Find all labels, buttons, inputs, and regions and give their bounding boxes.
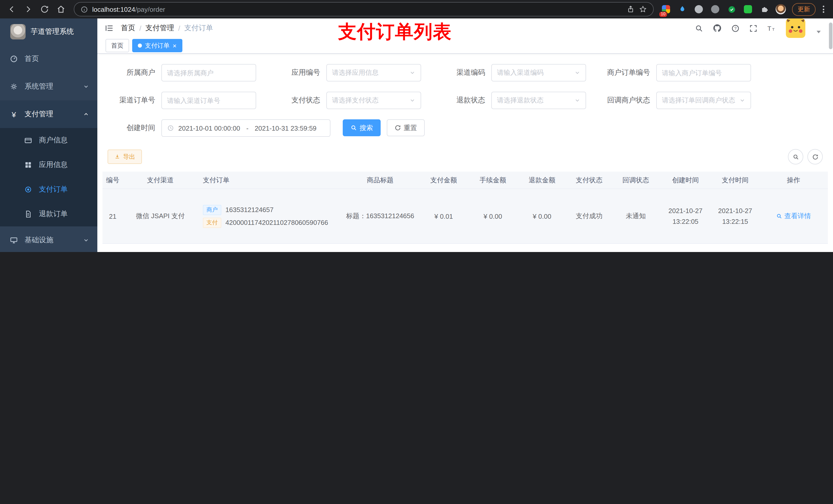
refund-status-select[interactable]: 请选择退款状态	[491, 92, 586, 109]
orders-table: 编号 支付渠道 支付订单 商品标题 支付金额 手续金额 退款金额 支付状态 回调…	[102, 172, 828, 252]
chevron-down-icon	[409, 97, 415, 103]
create-time-range-picker[interactable]: 2021-10-01 00:00:00 - 2021-10-31 23:59:5…	[161, 119, 330, 137]
col-notify: 回调状态	[612, 175, 660, 185]
channel-code-select[interactable]: 请输入渠道编码	[491, 64, 586, 81]
chevron-down-icon	[574, 70, 580, 76]
extension-drop-icon[interactable]	[676, 3, 689, 15]
sidebar-item-merchant-info[interactable]: 商户信息	[0, 128, 97, 153]
date-start: 2021-10-01 00:00:00	[178, 124, 240, 132]
table-header: 编号 支付渠道 支付订单 商品标题 支付金额 手续金额 退款金额 支付状态 回调…	[102, 172, 828, 189]
user-avatar[interactable]	[786, 19, 805, 38]
tab-pay-order[interactable]: 支付订单 ×	[132, 39, 182, 52]
sidebar: 芋道管理系统 首页 系统管理 ¥ 支付管理	[0, 19, 97, 252]
active-dot-icon	[138, 44, 142, 48]
extension-colorful-icon[interactable]: 10	[660, 3, 672, 15]
hide-search-button[interactable]	[788, 149, 803, 164]
scrollbar-thumb[interactable]	[829, 23, 832, 49]
reload-icon	[40, 5, 49, 14]
filter-label: 应用编号	[267, 68, 326, 77]
sidebar-item-label: 首页	[25, 54, 39, 64]
home-button[interactable]	[54, 3, 68, 16]
channel-no: 4200001174202110278060590766	[225, 219, 328, 226]
callback-status-select[interactable]: 请选择订单回调商户状态	[656, 92, 751, 109]
col-channel: 支付渠道	[123, 175, 198, 185]
grid-icon	[24, 161, 33, 169]
breadcrumb-home[interactable]: 首页	[121, 24, 135, 33]
merchant-order-no-input[interactable]	[656, 64, 751, 81]
sidebar-item-home[interactable]: 首页	[0, 45, 97, 73]
navbar: 首页 / 支付管理 / 支付订单 支付订单列表 ?	[97, 19, 833, 38]
search-button[interactable]: 搜索	[343, 119, 381, 136]
sidebar-item-pay-order[interactable]: 支付订单	[0, 177, 97, 202]
merchant-input[interactable]	[161, 64, 256, 81]
sidebar-item-refund-order[interactable]: 退款订单	[0, 202, 97, 226]
extension-check-icon[interactable]	[725, 3, 738, 15]
profile-avatar[interactable]	[775, 3, 787, 15]
cell-id: 21	[102, 212, 123, 220]
search-icon	[351, 124, 357, 131]
sidebar-item-pay[interactable]: ¥ 支付管理	[0, 100, 97, 128]
cell-pay-time: 2021-10-2713:22:15	[711, 206, 759, 227]
cell-title: 标题：1635312124656	[341, 212, 419, 221]
filter-label: 支付状态	[267, 96, 326, 105]
chevron-up-icon	[83, 111, 89, 117]
screen: localhost:1024/pay/order 10	[0, 0, 833, 252]
font-size-icon[interactable]: TT	[767, 24, 777, 32]
back-button[interactable]	[5, 3, 19, 16]
chevron-down-icon	[739, 97, 745, 103]
dashboard-icon	[9, 55, 19, 63]
extension-green-icon[interactable]	[742, 3, 754, 15]
reload-button[interactable]	[38, 3, 51, 16]
channel-order-no-input[interactable]	[161, 92, 256, 109]
extensions-puzzle-icon[interactable]	[758, 3, 770, 15]
filter-label: 渠道编码	[432, 68, 491, 77]
fullscreen-icon[interactable]	[749, 24, 758, 32]
collapse-menu-icon[interactable]	[104, 24, 114, 33]
breadcrumb: 首页 / 支付管理 / 支付订单	[121, 24, 213, 33]
site-info-icon[interactable]	[80, 5, 88, 13]
url-bar[interactable]: localhost:1024/pay/order	[74, 2, 654, 16]
extension-gray2-icon[interactable]	[709, 3, 721, 15]
forward-button[interactable]	[22, 3, 35, 16]
dropdown-caret-icon[interactable]	[817, 30, 821, 33]
url-text: localhost:1024/pay/order	[92, 5, 165, 13]
sidebar-item-app-info[interactable]: 应用信息	[0, 153, 97, 177]
filter-merchant: 所属商户	[102, 64, 262, 81]
share-icon[interactable]	[626, 5, 635, 13]
filter-merchant-order-no: 商户订单编号	[597, 64, 757, 81]
browser-toolbar: localhost:1024/pay/order 10	[0, 0, 833, 19]
col-amount: 支付金额	[419, 175, 468, 185]
sidebar-item-infra[interactable]: 基础设施	[0, 226, 97, 252]
browser-menu-icon[interactable]	[820, 6, 827, 13]
export-button[interactable]: 导出	[108, 149, 142, 164]
tab-home[interactable]: 首页	[105, 39, 129, 52]
refresh-table-button[interactable]	[807, 149, 823, 164]
extension-gray-icon[interactable]	[693, 3, 705, 15]
app-no-select[interactable]: 请选择应用信息	[326, 64, 421, 81]
search-icon	[792, 153, 799, 160]
chevron-down-icon	[83, 83, 89, 90]
app-logo: 芋道管理系统	[0, 19, 97, 45]
github-icon[interactable]	[713, 24, 722, 33]
filter-label: 所属商户	[102, 68, 161, 77]
chevron-down-icon	[83, 237, 89, 243]
col-fee: 手续金额	[468, 175, 518, 185]
col-create-time: 创建时间	[660, 175, 711, 185]
reset-button[interactable]: 重置	[387, 119, 425, 136]
breadcrumb-pay[interactable]: 支付管理	[145, 24, 174, 33]
pay-status-select[interactable]: 请选择支付状态	[326, 92, 421, 109]
close-icon[interactable]: ×	[173, 42, 176, 49]
search-icon[interactable]	[695, 24, 704, 32]
sidebar-item-label: 基础设施	[25, 236, 53, 245]
col-pay-order: 支付订单	[198, 175, 341, 185]
cell-create-time: 2021-10-2713:22:05	[660, 206, 711, 227]
filter-label: 渠道订单号	[102, 96, 161, 105]
help-icon[interactable]: ?	[731, 24, 740, 32]
bookmark-star-icon[interactable]	[639, 5, 647, 13]
clock-icon	[167, 124, 174, 131]
sidebar-item-system[interactable]: 系统管理	[0, 73, 97, 100]
chrome-update-button[interactable]: 更新	[792, 3, 815, 16]
view-details-link[interactable]: 查看详情	[759, 212, 828, 221]
main-area: 首页 / 支付管理 / 支付订单 支付订单列表 ?	[97, 19, 833, 252]
svg-text:T: T	[772, 27, 775, 31]
